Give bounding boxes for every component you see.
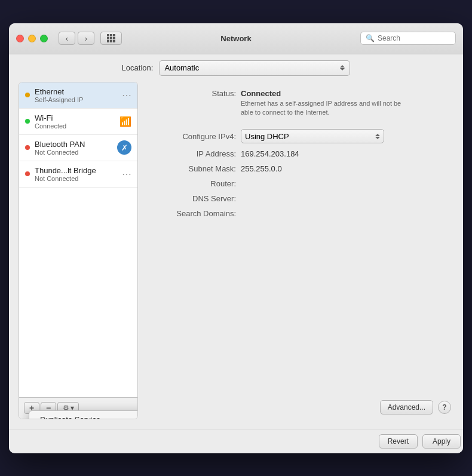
wifi-status: Connected bbox=[35, 122, 119, 130]
window-title: Network bbox=[220, 34, 251, 43]
sidebar-item-ethernet[interactable]: Ethernet Self-Assigned IP ⋯ bbox=[19, 82, 137, 109]
subnet-row: Subnet Mask: 255.255.0.0 bbox=[158, 164, 442, 173]
ethernet-status-dot bbox=[25, 93, 30, 97]
traffic-lights bbox=[16, 35, 48, 42]
right-panel: Status: Connected Ethernet has a self-as… bbox=[146, 82, 453, 419]
thunderbolt-info: Thunde...lt Bridge Not Connected bbox=[35, 166, 119, 182]
bluetooth-name: Bluetooth PAN bbox=[35, 140, 117, 149]
search-input[interactable] bbox=[378, 34, 450, 42]
ethernet-info: Ethernet Self-Assigned IP bbox=[35, 87, 119, 103]
sidebar-item-bluetooth[interactable]: Bluetooth PAN Not Connected ✗ bbox=[19, 135, 137, 161]
configure-ipv4-dropdown[interactable]: Using DHCP bbox=[241, 129, 384, 143]
advanced-button[interactable]: Advanced... bbox=[380, 400, 433, 414]
revert-button[interactable]: Revert bbox=[379, 434, 418, 449]
forward-icon: › bbox=[85, 34, 87, 43]
forward-button[interactable]: › bbox=[78, 32, 94, 45]
subnet-label: Subnet Mask: bbox=[158, 164, 236, 173]
configure-label: Configure IPv4: bbox=[158, 132, 236, 141]
status-row: Status: Connected Ethernet has a self-as… bbox=[158, 89, 442, 118]
sidebar-list: Ethernet Self-Assigned IP ⋯ Wi-Fi Connec… bbox=[19, 82, 137, 397]
bluetooth-status: Not Connected bbox=[35, 149, 117, 156]
maximize-button[interactable] bbox=[40, 35, 48, 42]
main-content: Ethernet Self-Assigned IP ⋯ Wi-Fi Connec… bbox=[9, 82, 463, 429]
location-bar: Location: Automatic bbox=[9, 54, 463, 82]
minimize-button[interactable] bbox=[28, 35, 36, 42]
thunderbolt-icon: ⋯ bbox=[122, 168, 131, 180]
dns-row: DNS Server: bbox=[158, 194, 442, 203]
dns-label: DNS Server: bbox=[158, 194, 236, 203]
router-row: Router: bbox=[158, 179, 442, 188]
location-label: Location: bbox=[122, 63, 154, 72]
sidebar-item-thunderbolt[interactable]: Thunde...lt Bridge Not Connected ⋯ bbox=[19, 161, 137, 188]
grid-icon bbox=[107, 34, 115, 42]
apply-button[interactable]: Apply bbox=[422, 434, 461, 449]
search-box[interactable]: 🔍 bbox=[360, 32, 456, 45]
back-icon: ‹ bbox=[66, 34, 68, 43]
sidebar: Ethernet Self-Assigned IP ⋯ Wi-Fi Connec… bbox=[19, 82, 138, 419]
configure-select-arrows-icon bbox=[375, 134, 380, 139]
thunderbolt-status: Not Connected bbox=[35, 175, 119, 182]
thunderbolt-status-dot bbox=[25, 171, 30, 176]
ethernet-status: Self-Assigned IP bbox=[35, 96, 119, 103]
titlebar: ‹ › Network 🔍 bbox=[9, 23, 463, 54]
grid-button[interactable] bbox=[100, 32, 122, 45]
ethernet-icon: ⋯ bbox=[122, 90, 131, 101]
help-button[interactable]: ? bbox=[438, 401, 451, 414]
network-detail: Status: Connected Ethernet has a self-as… bbox=[146, 82, 453, 400]
location-value: Automatic bbox=[164, 63, 199, 72]
navigation-buttons: ‹ › bbox=[59, 32, 94, 45]
bluetooth-icon: ✗ bbox=[117, 140, 131, 155]
location-dropdown[interactable]: Automatic bbox=[159, 60, 350, 76]
network-preferences-window: ‹ › Network 🔍 Location: Automatic bbox=[9, 23, 463, 453]
configure-row: Configure IPv4: Using DHCP bbox=[158, 129, 442, 143]
select-arrows-icon bbox=[340, 65, 345, 70]
sidebar-item-wifi[interactable]: Wi-Fi Connected 📶 bbox=[19, 109, 137, 135]
ip-label: IP Address: bbox=[158, 149, 236, 158]
status-note: Ethernet has a self-assigned IP address … bbox=[241, 99, 408, 118]
subnet-value: 255.255.0.0 bbox=[241, 164, 282, 173]
ip-value: 169.254.203.184 bbox=[241, 149, 299, 158]
status-label: Status: bbox=[158, 89, 236, 98]
close-button[interactable] bbox=[16, 35, 24, 42]
wifi-name: Wi-Fi bbox=[35, 113, 119, 122]
menu-item-duplicate[interactable]: Duplicate Service... bbox=[29, 411, 138, 419]
search-icon: 🔍 bbox=[366, 34, 375, 42]
thunderbolt-name: Thunde...lt Bridge bbox=[35, 166, 119, 175]
sidebar-toolbar: + − ⚙ ▾ Duplicate Service... Rename Serv… bbox=[19, 397, 137, 419]
wifi-info: Wi-Fi Connected bbox=[35, 113, 119, 130]
back-button[interactable]: ‹ bbox=[59, 32, 75, 45]
router-label: Router: bbox=[158, 179, 236, 188]
domains-row: Search Domains: bbox=[158, 209, 442, 218]
status-block: Connected Ethernet has a self-assigned I… bbox=[241, 89, 408, 118]
domains-label: Search Domains: bbox=[158, 209, 236, 218]
context-menu: Duplicate Service... Rename Service... M… bbox=[29, 410, 138, 419]
bluetooth-info: Bluetooth PAN Not Connected bbox=[35, 140, 117, 156]
bluetooth-status-dot bbox=[25, 145, 30, 150]
status-value: Connected bbox=[241, 89, 408, 98]
wifi-status-dot bbox=[25, 119, 30, 124]
configure-value: Using DHCP bbox=[245, 132, 289, 141]
ethernet-name: Ethernet bbox=[35, 87, 119, 96]
bottom-actions: Revert Apply bbox=[9, 429, 463, 453]
ip-row: IP Address: 169.254.203.184 bbox=[158, 149, 442, 158]
wifi-icon: 📶 bbox=[119, 116, 131, 127]
